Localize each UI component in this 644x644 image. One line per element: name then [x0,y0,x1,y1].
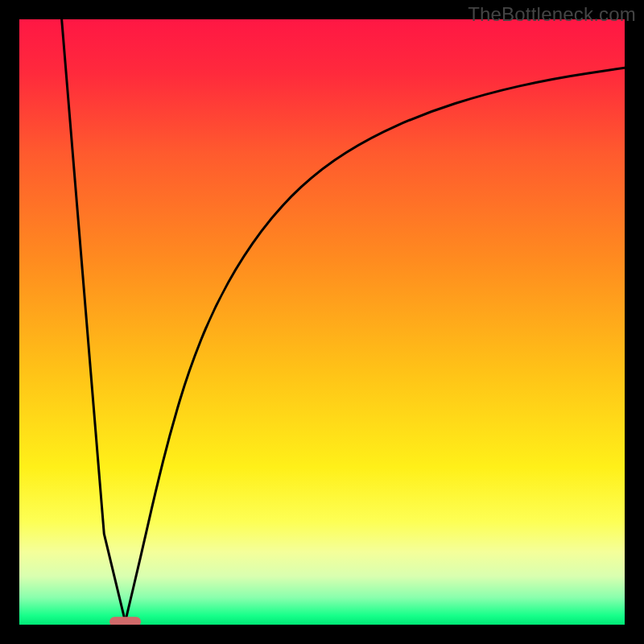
bottleneck-chart [19,19,625,625]
watermark-text: TheBottleneck.com [468,3,636,26]
gradient-background [19,19,625,625]
minimum-marker [109,617,141,625]
chart-frame [19,19,625,625]
